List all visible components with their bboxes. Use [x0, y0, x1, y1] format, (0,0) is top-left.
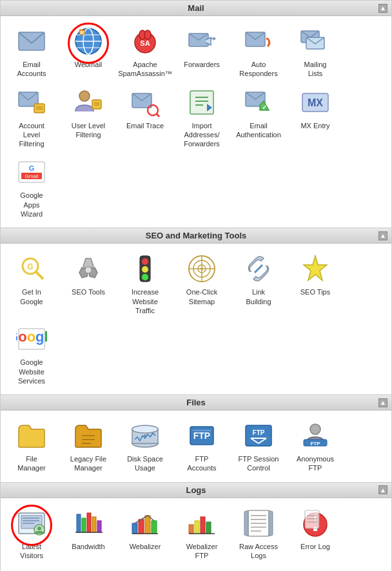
awstats-icon [72, 568, 104, 571]
account-filtering-item[interactable]: AccountLevelFiltering [3, 82, 60, 153]
seotools-item[interactable]: SEO Tools [60, 249, 117, 300]
emailauth-label: EmailAuthentication [236, 121, 281, 140]
chooselogprograms-item[interactable]: Choose LogPrograms [3, 564, 60, 571]
mailinglists-label: MailingLists [304, 60, 327, 79]
files-collapse-btn[interactable]: ▲ [378, 398, 387, 407]
webalizer-item[interactable]: Webalizer [117, 503, 173, 555]
seotips-item[interactable]: SEO Tips [287, 249, 344, 300]
svg-point-49 [142, 266, 148, 273]
mxentry-label: MX Entry [300, 121, 329, 130]
email-accounts-icon [15, 25, 48, 57]
forwarders-item[interactable]: Forwarders [173, 21, 230, 73]
legacyfilemanager-item[interactable]: Legacy FileManager [60, 416, 117, 477]
googleapps-label: GoogleAppsWizard [20, 191, 43, 218]
svg-rect-86 [77, 514, 81, 532]
errorlog-item[interactable]: ! Error Log [287, 503, 344, 555]
svg-point-50 [142, 274, 148, 280]
account-filtering-label: AccountLevelFiltering [19, 121, 44, 149]
anonymousftp-item[interactable]: FTP AnonymousFTP [287, 416, 344, 477]
mxentry-icon: MX [299, 86, 331, 119]
email-accounts-item[interactable]: EmailAccounts [3, 21, 60, 82]
ftpsession-item[interactable]: FTP FTP SessionControl [230, 416, 287, 477]
linkbuilding-label: LinkBuilding [246, 287, 271, 306]
googlewebsite-label: GoogleWebsiteServices [18, 358, 45, 385]
ftpaccounts-label: FTPAccounts [187, 454, 216, 473]
svg-line-44 [35, 271, 43, 279]
files-header: Files ▲ [1, 395, 391, 411]
traffic-label: IncreaseWebsiteTraffic [132, 287, 159, 315]
emailtrace-item[interactable]: Email Trace [117, 82, 173, 134]
emailauth-item[interactable]: ✓ EmailAuthentication [230, 82, 287, 144]
awstats-item[interactable]: Awstats [60, 564, 117, 571]
webmail-item[interactable]: W Webmail [60, 21, 117, 73]
files-icon-grid: FileManager Legacy FileManager [3, 416, 389, 477]
googleapps-item[interactable]: G Gmail GoogleAppsWizard [3, 152, 60, 222]
getingoogle-icon: G [15, 253, 48, 285]
webalizer-label: Webalizer [130, 542, 161, 551]
filemanager-item[interactable]: FileManager [3, 416, 60, 477]
seo-collapse-btn[interactable]: ▲ [378, 231, 387, 240]
svg-text:G: G [27, 262, 33, 271]
linkbuilding-item[interactable]: LinkBuilding [230, 249, 287, 310]
user-filtering-item[interactable]: User LevelFiltering [60, 82, 117, 144]
latestvisitors-label: LatestVisitors [20, 542, 43, 561]
user-filtering-label: User LevelFiltering [72, 121, 106, 140]
user-filtering-icon [72, 86, 104, 119]
ftpaccounts-item[interactable]: FTP FTPAccounts [173, 416, 230, 477]
emailtrace-label: Email Trace [126, 121, 164, 130]
files-section: Files ▲ FileManager [0, 395, 392, 483]
svg-rect-100 [206, 522, 211, 534]
googleapps-icon: G Gmail [15, 156, 48, 188]
resourceusage-item[interactable]: ResourceUsage [117, 564, 173, 571]
webalizerftp-item[interactable]: WebalizerFTP [173, 503, 230, 565]
mailinglists-item[interactable]: MailingLists [287, 21, 344, 82]
svg-text:W: W [80, 30, 84, 35]
svg-point-10 [144, 30, 151, 39]
spamassassin-label: ApacheSpamAssassin™ [118, 60, 172, 79]
import-item[interactable]: ImportAddresses/Forwarders [173, 82, 230, 153]
mail-section: Mail ▲ EmailAccounts [0, 0, 392, 228]
traffic-item[interactable]: IncreaseWebsiteTraffic [117, 249, 173, 319]
googlewebsite-item[interactable]: Google GoogleWebsiteServices [3, 319, 60, 389]
bandwidth-item[interactable]: Bandwidth [60, 503, 117, 555]
bandwidth-label: Bandwidth [72, 542, 104, 551]
mailinglists-icon [299, 25, 331, 57]
webmail-icon: W [72, 25, 104, 57]
mail-collapse-btn[interactable]: ▲ [378, 4, 387, 13]
rawaccesslogs-item[interactable]: Raw AccessLogs [230, 503, 287, 565]
logs-collapse-btn[interactable]: ▲ [378, 485, 387, 494]
diskspace-item[interactable]: Disk SpaceUsage [117, 416, 173, 477]
sitemap-icon [186, 253, 218, 285]
logs-header: Logs ▲ [1, 483, 391, 498]
mxentry-item[interactable]: MX MX Entry [287, 82, 344, 134]
webalizerftp-label: WebalizerFTP [186, 542, 218, 561]
email-accounts-label: EmailAccounts [17, 60, 46, 79]
svg-rect-89 [92, 517, 96, 532]
svg-point-85 [37, 527, 41, 530]
diskspace-label: Disk SpaceUsage [127, 454, 163, 473]
webalizer-icon [129, 507, 161, 539]
emailtrace-icon [129, 86, 161, 119]
svg-rect-88 [87, 513, 91, 532]
bandwidth-icon [72, 507, 104, 539]
rawaccesslogs-icon [242, 507, 275, 539]
googlewebsite-icon: Google [15, 323, 48, 355]
seotips-icon [299, 253, 331, 285]
svg-point-56 [201, 267, 203, 270]
latestvisitors-item[interactable]: LatestVisitors [3, 503, 60, 565]
svg-text:SA: SA [140, 39, 150, 47]
traffic-icon [129, 253, 161, 285]
svg-rect-99 [201, 517, 205, 534]
legacyfilemanager-label: Legacy FileManager [70, 454, 106, 473]
getingoogle-item[interactable]: G Get InGoogle [3, 249, 60, 310]
svg-rect-92 [132, 523, 137, 534]
webalizerftp-icon [186, 507, 218, 539]
chooselogprograms-icon [15, 568, 48, 571]
svg-text:Gmail: Gmail [25, 173, 39, 179]
spamassassin-item[interactable]: SA ApacheSpamAssassin™ [117, 21, 173, 82]
svg-text:FTP: FTP [253, 429, 265, 436]
autoresponders-item[interactable]: AutoResponders [230, 21, 287, 82]
sitemap-item[interactable]: One-ClickSitemap [173, 249, 230, 310]
legacyfilemanager-icon [72, 420, 104, 452]
autoresponders-label: AutoResponders [239, 60, 277, 79]
